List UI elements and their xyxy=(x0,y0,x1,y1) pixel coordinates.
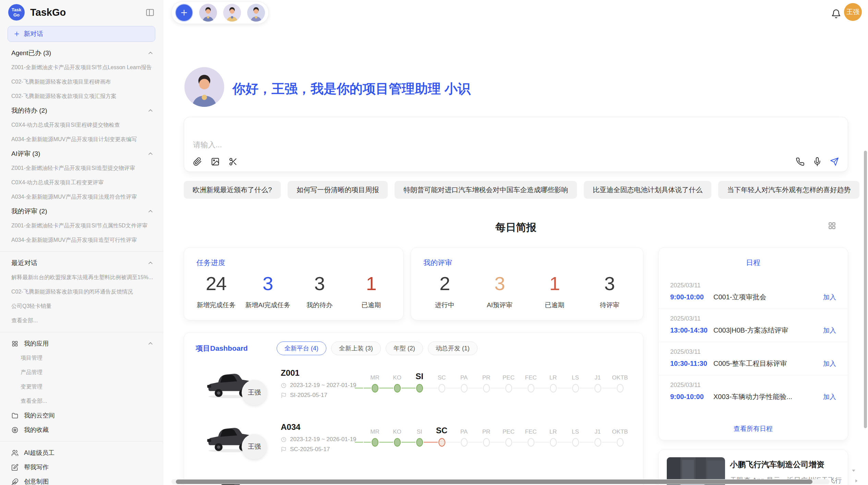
sidebar-item[interactable]: A034-全新新能源MUV产品开发项目计划变更表编写 xyxy=(0,132,163,147)
chevron-up-icon[interactable] xyxy=(147,107,154,114)
suggestion-chip[interactable]: 当下年轻人对汽车外观有怎样的喜好趋势 xyxy=(718,181,859,199)
sidebar-item[interactable]: A034-全新新能源MUV产品开发项目法规符合性评审 xyxy=(0,190,163,204)
message-input[interactable]: 请输入... xyxy=(193,140,742,150)
sidebar-section-header[interactable]: 我的待办 (2) xyxy=(0,103,163,118)
sidebar-item[interactable]: Z001-全新燃油轻卡产品开发项目SI节点属性5D文件评审 xyxy=(0,219,163,233)
milestone: KO xyxy=(386,424,408,450)
milestone: J1 xyxy=(587,370,609,396)
star-icon xyxy=(11,426,19,434)
sidebar-item[interactable]: Z001-全新燃油皮卡产品开发项目SI节点Lesson Learn报告 xyxy=(0,60,163,75)
new-chat-button[interactable]: 新对话 xyxy=(8,26,155,42)
join-link[interactable]: 加入 xyxy=(823,393,836,401)
milestone-dot xyxy=(617,438,624,447)
sidebar-item[interactable]: C02-飞腾新能源轻客改款项目里程碑画布 xyxy=(0,75,163,89)
folder-icon xyxy=(11,412,19,419)
agent-avatar[interactable] xyxy=(199,4,217,22)
bell-icon[interactable] xyxy=(831,9,841,19)
divider xyxy=(0,441,163,442)
message-composer[interactable]: 请输入... xyxy=(184,117,848,172)
milestone-dot xyxy=(594,438,601,447)
sidebar-item-star[interactable]: 我的收藏 xyxy=(0,423,163,437)
scroll-right-icon[interactable] xyxy=(854,478,859,484)
sidebar-app-item[interactable]: 项目管理 xyxy=(0,351,163,365)
sidebar-item[interactable]: C0X4-动力总成开发项目SI里程碑提交物检查 xyxy=(0,118,163,132)
milestone-dot xyxy=(394,384,401,393)
view-all-link[interactable]: 查看全部... xyxy=(0,394,163,408)
new-chat-label: 新对话 xyxy=(24,29,43,38)
milestone-label: SI xyxy=(408,370,431,381)
dashboard-filter-tab[interactable]: 年型 (2) xyxy=(386,341,423,355)
project-row[interactable]: 王强 Z001 2023-12-19 ~ 2027-01-19 SI-2025-… xyxy=(184,359,643,413)
project-milestone-date: SI-2025-05-17 xyxy=(290,392,327,399)
milestone-label: PA xyxy=(453,424,475,435)
chevron-up-icon[interactable] xyxy=(147,340,154,347)
sidebar-item-write[interactable]: 帮我写作 xyxy=(0,460,163,474)
join-link[interactable]: 加入 xyxy=(823,293,836,302)
screenshot-icon[interactable] xyxy=(229,157,238,166)
sidebar-item[interactable]: 解释最新出台的欧盟报废车法规再生塑料比例被调至15%... xyxy=(0,270,163,285)
sidebar-item-people[interactable]: AI超级员工 xyxy=(0,446,163,460)
milestone-dot xyxy=(572,384,579,393)
event-title: C001-立项审批会 xyxy=(713,293,823,302)
agent-avatar[interactable] xyxy=(247,4,265,22)
sidebar-app-item[interactable]: 变更管理 xyxy=(0,380,163,394)
milestone-dot xyxy=(550,384,557,393)
image-upload-icon[interactable] xyxy=(211,157,220,166)
suggestion-chip[interactable]: 比亚迪全固态电池计划具体说了什么 xyxy=(584,181,711,199)
dashboard-filter-tab[interactable]: 动总开发 (1) xyxy=(428,341,478,355)
view-all-link[interactable]: 查看全部... xyxy=(0,313,163,328)
milestone: PA xyxy=(453,370,475,396)
stat-value: 3 xyxy=(294,272,346,295)
suggestion-chip[interactable]: 如何写一份清晰的项目周报 xyxy=(288,181,388,199)
event-date: 2025/03/11 xyxy=(670,348,836,356)
schedule-view-all-link[interactable]: 查看所有日程 xyxy=(659,424,848,433)
sidebar-item[interactable]: A034-全新新能源MUV产品开发项目造型可行性评审 xyxy=(0,233,163,247)
suggestion-chip[interactable]: 特朗普可能对进口汽车增税会对中国车企造成哪些影响 xyxy=(395,181,577,199)
sidebar-item[interactable]: Z001-全新燃油轻卡产品开发项目SI造型提交物评审 xyxy=(0,161,163,175)
milestone-label: KO xyxy=(386,424,408,435)
sidebar-item[interactable]: C0X4-动力总成开发项目工程变更评审 xyxy=(0,175,163,190)
sidebar-section-header[interactable]: AI评审 (3) xyxy=(0,147,163,161)
dashboard-filter-tab[interactable]: 全新平台 (4) xyxy=(277,341,326,355)
horizontal-scrollbar-thumb[interactable] xyxy=(176,480,812,484)
suggestion-chip[interactable]: 欧洲新规最近颁布了什么? xyxy=(184,181,281,199)
chevron-up-icon[interactable] xyxy=(147,260,154,266)
join-link[interactable]: 加入 xyxy=(823,326,836,335)
scroll-down-icon[interactable] xyxy=(851,468,856,473)
sidebar-app-item[interactable]: 产品管理 xyxy=(0,365,163,380)
join-link[interactable]: 加入 xyxy=(823,359,836,368)
chevron-up-icon[interactable] xyxy=(147,50,154,57)
sidebar-item-my-apps[interactable]: 我的应用 xyxy=(0,336,163,351)
milestone: MR xyxy=(364,370,386,396)
milestone-dot xyxy=(550,438,557,447)
dashboard-filter-tab[interactable]: 全新上装 (3) xyxy=(331,341,381,355)
stat-value: 24 xyxy=(190,272,242,295)
sidebar-item[interactable]: C02-飞腾新能源轻客改款项目立项汇报方案 xyxy=(0,89,163,103)
agent-avatar[interactable] xyxy=(223,4,241,22)
user-avatar[interactable]: 王强 xyxy=(844,3,862,21)
milestone-dot xyxy=(505,438,512,447)
sidebar-section-header[interactable]: 我的评审 (2) xyxy=(0,204,163,219)
project-row[interactable]: 王强 A034 2023-12-19 ~ 2026-01-19 SC-2025-… xyxy=(184,413,643,468)
microphone-icon[interactable] xyxy=(813,157,822,166)
phone-call-icon[interactable] xyxy=(796,157,805,166)
sidebar-section-header[interactable]: 最近对话 xyxy=(0,256,163,270)
sidebar-item[interactable]: 公司Q3轻卡销量 xyxy=(0,299,163,313)
vertical-scrollbar-thumb[interactable] xyxy=(864,151,867,428)
sidebar-item[interactable]: C02-飞腾新能源轻客改款项目的闭环通告反馈情况 xyxy=(0,285,163,299)
milestone: SC xyxy=(431,370,453,396)
send-icon[interactable] xyxy=(830,157,839,166)
attachment-icon[interactable] xyxy=(193,157,202,166)
milestone-label: MR xyxy=(364,370,386,381)
layout-grid-icon[interactable] xyxy=(828,221,836,230)
sidebar-item-quill[interactable]: 创意制图 xyxy=(0,474,163,485)
milestone: PR xyxy=(475,370,497,396)
sidebar-item-folder[interactable]: 我的云空间 xyxy=(0,408,163,423)
milestone-label: J1 xyxy=(587,424,609,435)
chevron-up-icon[interactable] xyxy=(147,150,154,157)
stat-value: 1 xyxy=(345,272,397,295)
sidebar-collapse-icon[interactable] xyxy=(145,8,155,17)
sidebar-section-header[interactable]: Agent已办 (3) xyxy=(0,46,163,60)
add-session-button[interactable] xyxy=(175,4,193,22)
chevron-up-icon[interactable] xyxy=(147,208,154,215)
